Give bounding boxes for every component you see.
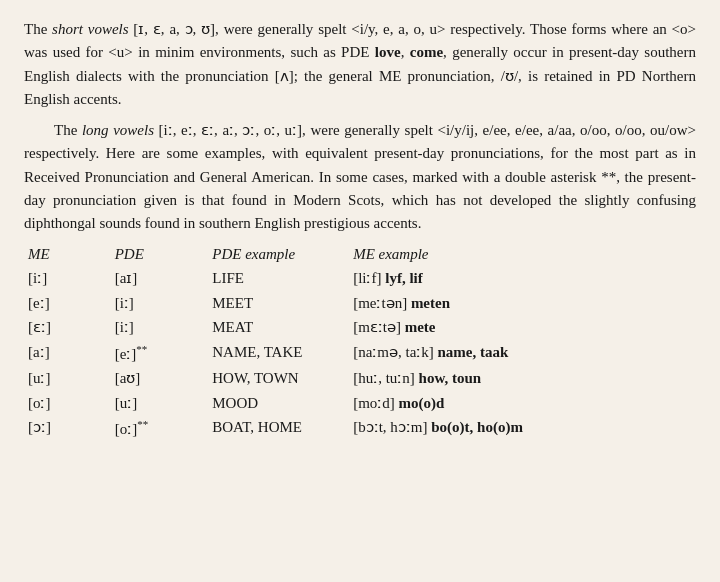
table-row: [ɔː] [oː]** BOAT, HOME [bɔːt, hɔːm] bo(o… bbox=[24, 415, 696, 442]
asterisk: ** bbox=[136, 343, 147, 355]
cell-me: [aː] bbox=[24, 340, 111, 367]
cell-me: [eː] bbox=[24, 291, 111, 316]
cell-pde: [aɪ] bbox=[111, 266, 209, 291]
paragraph-long-vowels: The long vowels [iː, eː, ɛː, aː, ɔː, oː,… bbox=[24, 119, 696, 235]
cell-pde: [oː]** bbox=[111, 415, 209, 442]
cell-me: [ɔː] bbox=[24, 415, 111, 442]
header-me: ME bbox=[24, 245, 111, 266]
vowel-table: ME PDE PDE example ME example [iː] [aɪ] … bbox=[24, 245, 696, 442]
cell-me: [ɛː] bbox=[24, 315, 111, 340]
me-word: mo(o)d bbox=[399, 395, 445, 411]
header-pde-example: PDE example bbox=[208, 245, 349, 266]
table-row: [aː] [eː]** NAME, TAKE [naːmə, taːk] nam… bbox=[24, 340, 696, 367]
cell-pde-example: NAME, TAKE bbox=[208, 340, 349, 367]
table-row: [oː] [uː] MOOD [moːd] mo(o)d bbox=[24, 391, 696, 416]
header-pde: PDE bbox=[111, 245, 209, 266]
table-header-row: ME PDE PDE example ME example bbox=[24, 245, 696, 266]
short-vowels-label: short vowels bbox=[52, 21, 128, 37]
cell-me-example: [liːf] lyf, lif bbox=[349, 266, 696, 291]
main-content: The short vowels [ɪ, ɛ, a, ɔ, ʊ], were g… bbox=[24, 18, 696, 235]
cell-pde: [iː] bbox=[111, 291, 209, 316]
word-love: love bbox=[375, 44, 401, 60]
header-me-example: ME example bbox=[349, 245, 696, 266]
cell-me-example: [mɛːtə] mete bbox=[349, 315, 696, 340]
cell-pde: [uː] bbox=[111, 391, 209, 416]
me-word: name, taak bbox=[438, 344, 509, 360]
cell-pde-example: LIFE bbox=[208, 266, 349, 291]
table-row: [eː] [iː] MEET [meːtən] meten bbox=[24, 291, 696, 316]
me-word: meten bbox=[411, 295, 450, 311]
cell-me-example: [huː, tuːn] how, toun bbox=[349, 366, 696, 391]
table-row: [uː] [aʊ] HOW, TOWN [huː, tuːn] how, tou… bbox=[24, 366, 696, 391]
cell-pde-example: MEET bbox=[208, 291, 349, 316]
cell-pde-example: HOW, TOWN bbox=[208, 366, 349, 391]
me-word: bo(o)t, ho(o)m bbox=[431, 419, 523, 435]
cell-pde-example: MEAT bbox=[208, 315, 349, 340]
table-row: [ɛː] [iː] MEAT [mɛːtə] mete bbox=[24, 315, 696, 340]
me-word: how, toun bbox=[419, 370, 482, 386]
me-word: mete bbox=[405, 319, 436, 335]
cell-me: [uː] bbox=[24, 366, 111, 391]
cell-me: [oː] bbox=[24, 391, 111, 416]
me-word: lyf, lif bbox=[385, 270, 423, 286]
cell-pde-example: MOOD bbox=[208, 391, 349, 416]
paragraph-short-vowels: The short vowels [ɪ, ɛ, a, ɔ, ʊ], were g… bbox=[24, 18, 696, 111]
cell-me-example: [moːd] mo(o)d bbox=[349, 391, 696, 416]
cell-pde-example: BOAT, HOME bbox=[208, 415, 349, 442]
cell-me-example: [naːmə, taːk] name, taak bbox=[349, 340, 696, 367]
table-row: [iː] [aɪ] LIFE [liːf] lyf, lif bbox=[24, 266, 696, 291]
cell-me-example: [meːtən] meten bbox=[349, 291, 696, 316]
long-vowels-label: long vowels bbox=[82, 122, 154, 138]
word-come: come bbox=[410, 44, 443, 60]
cell-me: [iː] bbox=[24, 266, 111, 291]
cell-me-example: [bɔːt, hɔːm] bo(o)t, ho(o)m bbox=[349, 415, 696, 442]
asterisk: ** bbox=[137, 418, 148, 430]
cell-pde: [aʊ] bbox=[111, 366, 209, 391]
cell-pde: [iː] bbox=[111, 315, 209, 340]
cell-pde: [eː]** bbox=[111, 340, 209, 367]
